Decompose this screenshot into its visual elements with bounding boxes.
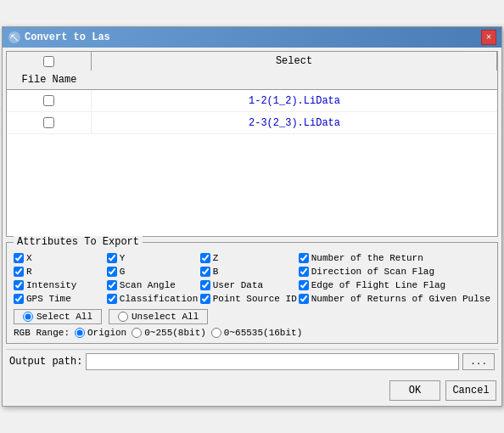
rgb-16bit-radio[interactable] [211, 328, 221, 338]
rgb-origion-radio[interactable] [75, 328, 85, 338]
attr-scan-angle: Scan Angle [107, 280, 199, 290]
attr-point-source-checkbox[interactable] [200, 294, 210, 304]
attr-user-data-checkbox[interactable] [200, 280, 210, 290]
attr-r-checkbox[interactable] [14, 267, 24, 277]
rgb-option-8bit: 0~255(8bit) [132, 328, 206, 338]
group-label: Attributes To Export [14, 236, 143, 248]
attr-num-returns-pulse: Number of Returns of Given Pulse [299, 294, 490, 304]
rgb-option-origion: Origion [75, 328, 126, 338]
row2-filename: 2-3(2_3).LiData [92, 114, 497, 132]
attributes-group: Attributes To Export X Y Z Number of [6, 242, 498, 344]
app-icon: ⛏ [8, 31, 21, 44]
row1-check-cell [7, 90, 92, 111]
window-title: Convert to Las [25, 31, 110, 43]
attr-b-checkbox[interactable] [200, 267, 210, 277]
row1-filename: 1-2(1_2).LiData [92, 92, 497, 110]
content-area: Select File Name 1-2(1_2).LiData 2-3(2_3… [3, 48, 501, 377]
close-button[interactable]: × [481, 30, 496, 45]
attr-z-checkbox[interactable] [200, 253, 210, 263]
select-all-checkbox[interactable] [43, 56, 54, 67]
attr-intensity-checkbox[interactable] [14, 280, 24, 290]
attr-b: B [200, 267, 297, 277]
unselect-all-button[interactable]: Unselect All [109, 309, 208, 324]
footer: OK Cancel [3, 377, 501, 406]
main-window: ⛏ Convert to Las × Select File Name 1-2( [2, 26, 502, 407]
header-check-cell [7, 52, 92, 70]
attr-y: Y [107, 253, 199, 263]
table-row: 2-3(2_3).LiData [7, 112, 497, 134]
table-row: 1-2(1_2).LiData [7, 90, 497, 112]
attr-edge-flight-checkbox[interactable] [299, 280, 309, 290]
attr-y-checkbox[interactable] [107, 253, 117, 263]
table-header: Select File Name [7, 52, 497, 90]
unselect-all-radio[interactable] [118, 312, 128, 322]
attr-x: X [14, 253, 105, 263]
select-row: Select All Unselect All [14, 309, 490, 324]
attr-num-returns-pulse-checkbox[interactable] [299, 294, 309, 304]
attr-point-source: Point Source ID [200, 294, 297, 304]
output-label: Output path: [9, 356, 82, 368]
attr-x-checkbox[interactable] [14, 253, 24, 263]
select-all-button[interactable]: Select All [14, 309, 102, 324]
attr-g: G [107, 267, 199, 277]
cancel-button[interactable]: Cancel [445, 380, 496, 401]
rgb-8bit-radio[interactable] [132, 328, 142, 338]
svg-text:⛏: ⛏ [10, 34, 19, 43]
row2-check-cell [7, 112, 92, 133]
attr-z: Z [200, 253, 297, 263]
header-select: Select [92, 52, 497, 70]
attr-g-checkbox[interactable] [107, 267, 117, 277]
rgb-range-label: RGB Range: [14, 328, 70, 338]
attr-r: R [14, 267, 105, 277]
attr-direction-scan-checkbox[interactable] [299, 267, 309, 277]
attr-classification: Classification [107, 294, 199, 304]
attr-scan-angle-checkbox[interactable] [107, 280, 117, 290]
rgb-range-row: RGB Range: Origion 0~255(8bit) 0~65535(1… [14, 328, 490, 338]
title-bar-left: ⛏ Convert to Las [8, 31, 110, 44]
row1-checkbox[interactable] [43, 95, 54, 106]
row2-checkbox[interactable] [43, 117, 54, 128]
header-filename: File Name [7, 70, 92, 89]
attr-user-data: User Data [200, 280, 297, 290]
attr-gps-time: GPS Time [14, 294, 105, 304]
rgb-option-16bit: 0~65535(16bit) [211, 328, 302, 338]
output-path-input[interactable] [86, 353, 459, 370]
file-table: Select File Name 1-2(1_2).LiData 2-3(2_3… [6, 51, 498, 237]
attr-intensity: Intensity [14, 280, 105, 290]
attr-edge-flight: Edge of Flight Line Flag [299, 280, 490, 290]
attr-number-return-checkbox[interactable] [299, 253, 309, 263]
browse-button[interactable]: ... [462, 353, 495, 370]
attr-direction-scan: Direction of Scan Flag [299, 267, 490, 277]
output-row: Output path: ... [6, 349, 498, 374]
attr-gps-time-checkbox[interactable] [14, 294, 24, 304]
ok-button[interactable]: OK [389, 380, 440, 401]
title-bar: ⛏ Convert to Las × [3, 27, 501, 48]
attr-classification-checkbox[interactable] [107, 294, 117, 304]
attributes-grid: X Y Z Number of the Return R [14, 253, 490, 304]
attr-number-return: Number of the Return [299, 253, 490, 263]
table-empty-space [7, 134, 497, 236]
select-all-radio[interactable] [23, 312, 33, 322]
